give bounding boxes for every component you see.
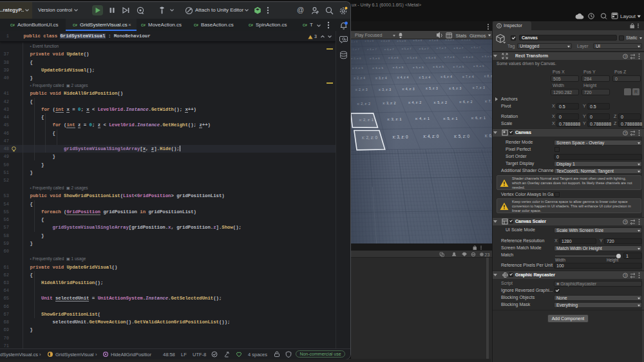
svg-text:x: 4, z: 2: x: 4, z: 2 (408, 100, 421, 104)
svg-text:23: 23 (485, 252, 490, 256)
svg-text:x: 5, z: 2: x: 5, z: 2 (434, 100, 447, 104)
svg-text:x: 4, z: 3: x: 4, z: 3 (402, 87, 415, 91)
svg-text:x: 4, z: 1: x: 4, z: 1 (415, 117, 430, 120)
svg-text:x: 5, z: 3: x: 5, z: 3 (426, 86, 438, 90)
svg-text:Layout: Layout (620, 14, 636, 19)
svg-text:Stats: Stats (456, 33, 467, 39)
svg-text:Gizmos: Gizmos (469, 33, 486, 39)
svg-text:x: 4, z: 0: x: 4, z: 0 (423, 134, 439, 138)
